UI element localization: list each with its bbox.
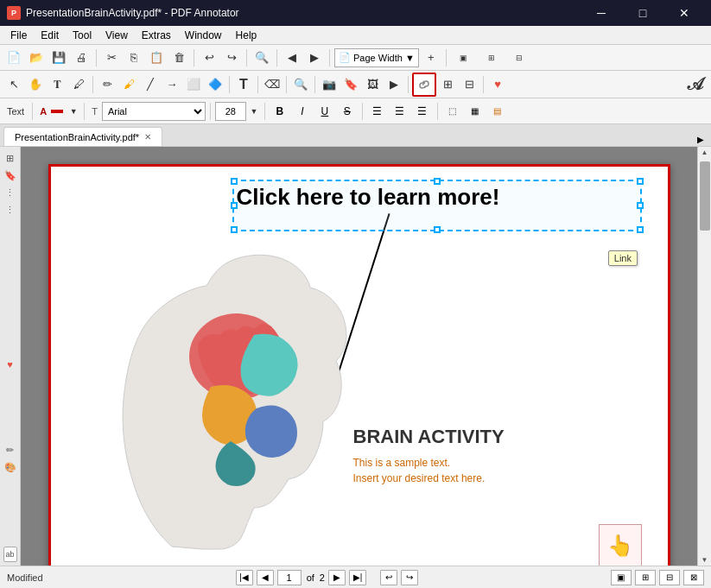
- menu-edit[interactable]: Edit: [34, 28, 66, 43]
- shape-tool[interactable]: ⬜: [183, 74, 204, 95]
- two-page-button[interactable]: ⊞: [479, 47, 505, 68]
- bold-button[interactable]: B: [270, 101, 290, 122]
- camera-tool[interactable]: 📷: [319, 74, 340, 95]
- font-size-dropdown[interactable]: ▼: [248, 101, 260, 122]
- new-button[interactable]: 📄: [3, 47, 24, 68]
- pdf-tab[interactable]: PresentationBrainActivity.pdf* ✕: [3, 127, 162, 146]
- next-page-button[interactable]: ▶: [304, 47, 325, 68]
- view-double-icon[interactable]: ⊞: [635, 570, 656, 585]
- pdf-viewer[interactable]: Click here to learn more!: [21, 147, 697, 566]
- panel-heart-icon[interactable]: ♥: [3, 357, 18, 372]
- minimize-button[interactable]: ─: [581, 0, 621, 26]
- view-spread-icon[interactable]: ⊠: [683, 570, 704, 585]
- menu-view[interactable]: View: [98, 28, 135, 43]
- search-annot-tool[interactable]: 🔍: [290, 74, 311, 95]
- scroll-down-arrow[interactable]: ▼: [700, 554, 710, 566]
- prev-page-button[interactable]: ◀: [282, 47, 302, 68]
- align-left-button[interactable]: ☰: [367, 101, 388, 122]
- prev-page-nav[interactable]: ◀: [257, 570, 274, 585]
- link-tool[interactable]: [412, 73, 436, 97]
- paste-button[interactable]: 📋: [146, 47, 167, 68]
- align-right-button[interactable]: ☰: [412, 101, 433, 122]
- highlight-pen-tool[interactable]: 🖌: [118, 74, 139, 95]
- panel-handle[interactable]: ⋮: [3, 185, 18, 200]
- more-tools-btn[interactable]: ⊞: [437, 74, 458, 95]
- search-button[interactable]: 🔍: [251, 47, 272, 68]
- text-border-button[interactable]: ⬚: [442, 101, 463, 122]
- zoom-selector[interactable]: 📄 Page Width ▼: [334, 48, 419, 67]
- italic-button[interactable]: I: [292, 101, 313, 122]
- cut-button[interactable]: ✂: [101, 47, 122, 68]
- fill-tool[interactable]: 🔷: [205, 74, 225, 95]
- hand-tool[interactable]: ✋: [25, 74, 46, 95]
- menu-tool[interactable]: Tool: [66, 28, 98, 43]
- handle-top-right[interactable]: [637, 178, 644, 185]
- image-tool[interactable]: 🖼: [362, 74, 383, 95]
- highlight-tool[interactable]: 🖊: [68, 74, 89, 95]
- color-indicator[interactable]: A: [37, 106, 49, 117]
- status-text: Modified: [7, 572, 43, 583]
- first-page-button[interactable]: |◀: [236, 570, 253, 585]
- panel-pencil-icon[interactable]: ✏: [3, 443, 18, 458]
- separator-1: [96, 49, 97, 66]
- more-tools-btn2[interactable]: ⊟: [459, 74, 479, 95]
- panel-pages-icon[interactable]: ⊞: [3, 150, 18, 166]
- view-continuous-icon[interactable]: ⊟: [659, 570, 680, 585]
- page-number-input[interactable]: [277, 570, 302, 585]
- single-page-button[interactable]: ▣: [451, 47, 477, 68]
- menu-help[interactable]: Help: [229, 28, 264, 43]
- maximize-button[interactable]: □: [623, 0, 663, 26]
- brain-subtitle-1: This is a sample text.: [353, 455, 651, 471]
- align-center-button[interactable]: ☰: [390, 101, 410, 122]
- select-tool[interactable]: ↖: [3, 74, 24, 95]
- heart-tool[interactable]: ♥: [487, 74, 508, 95]
- menu-extras[interactable]: Extras: [135, 28, 178, 43]
- color-dropdown[interactable]: ▼: [67, 101, 79, 122]
- text-tool[interactable]: T: [233, 74, 254, 95]
- redo-button[interactable]: ↪: [221, 47, 242, 68]
- panel-bookmarks-icon[interactable]: 🔖: [3, 168, 18, 183]
- text-color-button[interactable]: ▤: [487, 101, 508, 122]
- scroll-thumb[interactable]: [700, 161, 710, 231]
- panel-handle2[interactable]: ⋮: [3, 202, 18, 218]
- multimedia-tool[interactable]: ▶: [384, 74, 404, 95]
- back-nav-button[interactable]: ↩: [380, 570, 397, 585]
- link-btn-area: [412, 73, 436, 97]
- delete-button[interactable]: 🗑: [168, 47, 189, 68]
- eraser-tool[interactable]: ⌫: [262, 74, 282, 95]
- view-single-icon[interactable]: ▣: [611, 570, 632, 585]
- undo-button[interactable]: ↩: [199, 47, 219, 68]
- font-size-input[interactable]: [215, 102, 246, 121]
- menu-file[interactable]: File: [3, 28, 34, 43]
- arrow-tool[interactable]: →: [162, 74, 182, 95]
- handle-bottom-right[interactable]: [637, 226, 644, 233]
- full-width-button[interactable]: ⊟: [506, 47, 532, 68]
- right-scrollbar[interactable]: ▲ ▼: [697, 147, 711, 566]
- underline-button[interactable]: U: [314, 101, 335, 122]
- forward-nav-button[interactable]: ↪: [401, 570, 418, 585]
- text-bg-button[interactable]: ▦: [465, 101, 486, 122]
- stamp-tool[interactable]: 🔖: [340, 74, 361, 95]
- tab-scroll-right[interactable]: ▶: [694, 133, 708, 146]
- panel-color-icon[interactable]: 🎨: [3, 460, 18, 476]
- brain-subtitle-2: Insert your desired text here.: [353, 471, 651, 486]
- next-page-nav[interactable]: ▶: [328, 570, 346, 585]
- zoom-in-button[interactable]: +: [421, 47, 441, 68]
- strikethrough-button[interactable]: S: [337, 101, 358, 122]
- panel-text-icon[interactable]: ab: [3, 547, 17, 562]
- handle-middle-right[interactable]: [637, 202, 644, 209]
- last-page-button[interactable]: ▶|: [349, 570, 366, 585]
- font-family-select[interactable]: Arial Times New Roman Courier: [102, 102, 206, 121]
- handle-bottom-center[interactable]: [434, 226, 441, 233]
- save-button[interactable]: 💾: [48, 47, 69, 68]
- tab-close-button[interactable]: ✕: [144, 132, 151, 142]
- copy-button[interactable]: ⎘: [124, 47, 144, 68]
- open-button[interactable]: 📂: [26, 47, 47, 68]
- close-button[interactable]: ✕: [664, 0, 704, 26]
- line-tool[interactable]: ╱: [140, 74, 161, 95]
- pen-tool[interactable]: ✏: [97, 74, 117, 95]
- type-select-tool[interactable]: 𝐓: [47, 74, 67, 95]
- scroll-up-arrow[interactable]: ▲: [700, 147, 710, 158]
- print-button[interactable]: 🖨: [71, 47, 92, 68]
- menu-window[interactable]: Window: [178, 28, 229, 43]
